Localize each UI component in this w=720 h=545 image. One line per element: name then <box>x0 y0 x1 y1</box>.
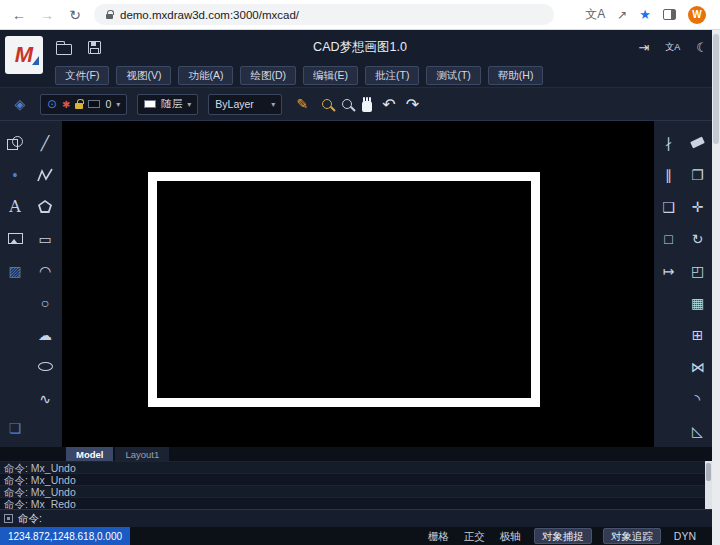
layer-color-swatch <box>88 100 100 108</box>
copy-tool-icon[interactable]: ❐ <box>686 163 709 186</box>
layer-visibility-icon[interactable]: ⊙ <box>47 97 57 111</box>
text-tool-icon[interactable]: A <box>4 195 27 218</box>
rectangle-tool-icon[interactable]: ▭ <box>34 227 57 250</box>
drawn-rectangle[interactable] <box>148 172 540 407</box>
scale-tool-icon[interactable]: ◰ <box>686 259 709 282</box>
command-history-line: 命令: Mx_Undo <box>0 473 712 485</box>
extend-tool-icon[interactable]: ↦ <box>657 259 680 282</box>
status-bar: 1234.872,1248.618,0.000 栅格 正交 极轴 对象捕捉 对象… <box>0 527 712 545</box>
layer-dropdown[interactable]: ⊙ ✱ 0 ▾ <box>40 94 127 115</box>
language-icon[interactable]: 文A <box>665 41 680 54</box>
hatch-tool-icon[interactable]: ▨ <box>4 259 27 282</box>
draw-shapes-icon[interactable] <box>4 131 27 154</box>
menu-test[interactable]: 测试(T) <box>426 66 480 85</box>
pentagon-glyph <box>38 200 52 213</box>
translate-icon[interactable]: 文A <box>585 6 605 23</box>
redo-icon[interactable]: ↷ <box>406 95 419 114</box>
menu-draw[interactable]: 绘图(D) <box>240 66 296 85</box>
erase-tool-icon[interactable] <box>686 131 709 154</box>
zoom-window-icon[interactable] <box>342 99 352 109</box>
toggle-grid[interactable]: 栅格 <box>426 529 451 544</box>
modify-tool-column-2: ❐ ✛ ↻ ◰ ▦ ⊞ ⋈ ◝ ◺ <box>683 121 712 447</box>
cursor-coordinates: 1234.872,1248.618,0.000 <box>0 527 130 545</box>
share-icon[interactable]: ↗ <box>617 8 627 22</box>
window-scrollbar[interactable] <box>712 30 720 545</box>
window-scrollbar-thumb[interactable] <box>713 34 719 144</box>
layout-tabs-bar: Model Layout1 <box>0 447 712 461</box>
profile-avatar[interactable]: W <box>688 6 706 24</box>
app-header: CAD梦想画图1.0 ⇥ 文A ☾ <box>0 30 720 64</box>
revision-cloud-tool-icon[interactable]: ☁ <box>34 323 57 346</box>
menu-file[interactable]: 文件(F) <box>55 66 109 85</box>
ellipse-tool-icon[interactable] <box>34 355 57 378</box>
open-file-icon[interactable] <box>56 44 72 55</box>
menu-edit[interactable]: 编辑(E) <box>303 66 358 85</box>
dark-mode-icon[interactable]: ☾ <box>696 40 708 55</box>
login-icon[interactable]: ⇥ <box>638 40 649 55</box>
command-input[interactable]: 命令: <box>0 509 712 527</box>
menu-help[interactable]: 帮助(H) <box>488 66 544 85</box>
pan-hand-icon[interactable] <box>362 101 372 112</box>
toggle-osnap[interactable]: 对象捕捉 <box>534 528 592 545</box>
tab-layout1[interactable]: Layout1 <box>115 447 169 461</box>
tile-viewports-icon[interactable]: ⊞ <box>686 323 709 346</box>
toggle-dyn[interactable]: DYN <box>672 529 698 544</box>
eraser-glyph <box>690 137 705 149</box>
linetype-dropdown[interactable]: ByLayer ▾ <box>208 94 282 115</box>
side-panel-icon[interactable] <box>663 9 676 20</box>
tab-model[interactable]: Model <box>66 447 113 461</box>
rotate-tool-icon[interactable]: ↻ <box>686 227 709 250</box>
offset-tool-icon[interactable]: ∥ <box>657 163 680 186</box>
layer-lock-icon[interactable] <box>75 103 83 109</box>
browser-reload-icon[interactable]: ↻ <box>66 7 84 23</box>
point-tool-icon[interactable]: • <box>4 163 27 186</box>
browser-back-icon[interactable]: ← <box>10 7 28 23</box>
draw-tool-column-1: • A ▨ ❏ <box>0 121 30 447</box>
zoom-extents-icon[interactable] <box>322 99 332 109</box>
command-scrollbar-thumb[interactable] <box>706 463 711 481</box>
layer-freeze-icon[interactable]: ✱ <box>62 99 70 110</box>
modify-tool-column-1: ∤ ∥ ❑ □ ↦ <box>654 121 683 447</box>
solids-tool-icon[interactable]: ❑ <box>657 195 680 218</box>
address-bar[interactable]: demo.mxdraw3d.com:3000/mxcad/ <box>94 4 554 25</box>
polygon-tool-icon[interactable] <box>34 195 57 218</box>
arc-tool-icon[interactable]: ◠ <box>34 259 57 282</box>
spline-tool-icon[interactable]: ∿ <box>34 387 57 410</box>
color-dropdown[interactable]: 随层 ▾ <box>137 94 198 115</box>
polyline-tool-icon[interactable] <box>34 163 57 186</box>
draw-tool-column-2: ╱ ▭ ◠ ○ ☁ ∿ <box>30 121 60 447</box>
menu-annotate[interactable]: 批注(T) <box>365 66 419 85</box>
command-scrollbar[interactable] <box>705 461 712 509</box>
command-history-line: 命令: Mx_Undo <box>0 485 712 497</box>
viewport-tool-icon[interactable]: □ <box>657 227 680 250</box>
menu-function[interactable]: 功能(A) <box>178 66 233 85</box>
drawing-canvas[interactable] <box>62 121 654 447</box>
toggle-polar[interactable]: 极轴 <box>498 529 523 544</box>
command-history[interactable]: 命令: Mx_Undo 命令: Mx_Undo 命令: Mx_Undo 命令: … <box>0 461 712 509</box>
fillet-tool-icon[interactable]: ◝ <box>686 387 709 410</box>
line-tool-icon[interactable]: ╱ <box>34 131 57 154</box>
modify-tool-panel: ∤ ∥ ❑ □ ↦ ❐ ✛ ↻ ◰ ▦ ⊞ ⋈ ◝ ◺ <box>654 121 712 447</box>
block-insert-icon[interactable]: ❏ <box>4 416 27 439</box>
current-layer-name: 0 <box>105 98 111 110</box>
menu-view[interactable]: 视图(V) <box>116 66 171 85</box>
array-tool-icon[interactable]: ▦ <box>686 291 709 314</box>
circle-tool-icon[interactable]: ○ <box>34 291 57 314</box>
save-file-icon[interactable] <box>88 41 101 54</box>
draw-pen-icon[interactable]: ✎ <box>292 96 312 112</box>
construction-line-icon[interactable]: ∤ <box>657 131 680 154</box>
shapes-glyph <box>7 136 23 150</box>
chevron-down-icon: ▾ <box>187 100 191 109</box>
browser-forward-icon[interactable]: → <box>38 7 56 23</box>
logo-letter: M <box>15 44 33 66</box>
toggle-otrack[interactable]: 对象追踪 <box>603 528 661 545</box>
undo-icon[interactable]: ↶ <box>382 95 395 114</box>
move-tool-icon[interactable]: ✛ <box>686 195 709 218</box>
chamfer-tool-icon[interactable]: ◺ <box>686 419 709 442</box>
mirror-tool-icon[interactable]: ⋈ <box>686 355 709 378</box>
bookmark-star-icon[interactable]: ★ <box>639 7 651 22</box>
layer-manager-icon[interactable]: ◈ <box>10 96 30 112</box>
toggle-ortho[interactable]: 正交 <box>462 529 487 544</box>
browser-chrome: ← → ↻ demo.mxdraw3d.com:3000/mxcad/ 文A ↗… <box>0 0 720 30</box>
image-tool-icon[interactable] <box>4 227 27 250</box>
